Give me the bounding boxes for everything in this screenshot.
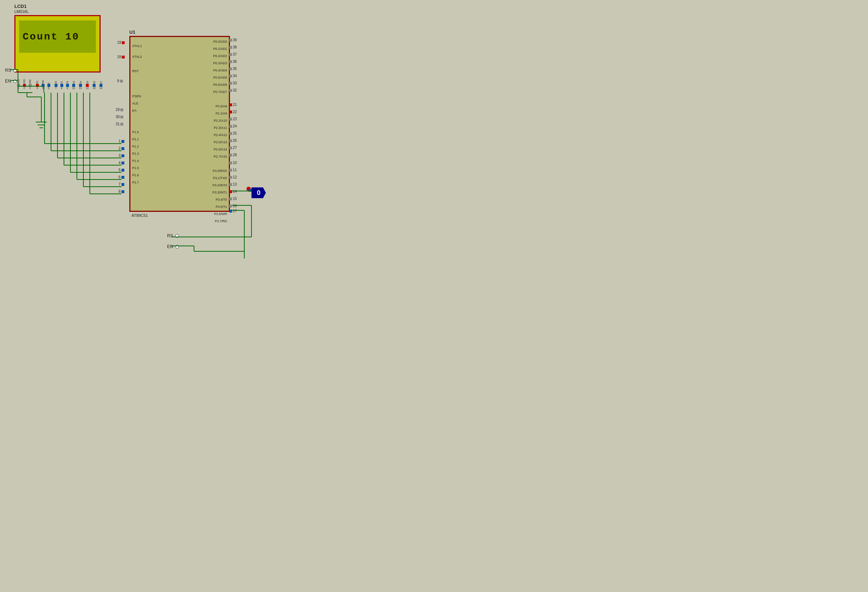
schematic: LCD1 LM016L Count 10 VSS 1 VDD 2 VEE 3: [0, 0, 434, 296]
rs-circle-left: [13, 69, 17, 72]
mcu-pin-p13: 4: [118, 161, 124, 165]
lcd-pin-dot-12: [86, 84, 89, 87]
mcu-rpin-p35: 15: [229, 197, 237, 201]
lcd-pin-label-rw: RW: [42, 71, 44, 84]
mcu-rpin-p30: 10: [229, 161, 237, 165]
rs-signal-right: RS: [167, 233, 179, 239]
lcd-pin-dot-6: [47, 84, 50, 87]
lcd-pin-dot-2: [23, 84, 26, 87]
mcu-rpin-p33: 13: [229, 183, 237, 186]
mcu-pin-rst: 9: [117, 79, 123, 83]
mcu-rpin-p36: 16: [229, 204, 237, 208]
mcu-rpin-p22: 23: [229, 117, 237, 121]
lcd-display-text: Count 10: [23, 31, 80, 42]
mcu-rpin-p27: 28: [229, 153, 237, 157]
mcu-rpin-p34: 14: [229, 190, 237, 193]
lcd-pin-dot-5: [42, 84, 44, 87]
lcd-pin-dot-3: [29, 84, 32, 87]
mcu-rpin-p23: 24: [229, 124, 237, 128]
lcd-screen: Count 10: [19, 21, 96, 53]
mcu-title: U1: [129, 29, 136, 35]
lcd-pin-label-vss: VSS: [17, 71, 20, 84]
lcd-component: Count 10: [14, 15, 100, 72]
button-display: 0: [251, 187, 266, 198]
mcu-rpin-p24: 25: [229, 131, 237, 135]
lcd-pin-label-d0: D0: [55, 71, 57, 84]
en-circle-left: [13, 80, 17, 83]
mcu-rpin-p04: 35: [229, 67, 237, 71]
mcu-rpin-p25: 26: [229, 138, 237, 143]
lcd-pin-dot-10: [72, 84, 75, 87]
rs-circle-right: [175, 234, 179, 238]
mcu-subtitle: AT89C51: [131, 213, 148, 218]
mcu-pin-p11: 2: [118, 146, 124, 150]
lcd-pin-dot-4: [36, 84, 39, 87]
lcd-pin-label-vdd: VDD: [23, 71, 25, 84]
lcd-pin-dot-13: [93, 84, 96, 87]
mcu-rpin-p01: 38: [229, 45, 237, 49]
mcu-pin-psen: 29: [116, 108, 123, 112]
mcu-pin-p12: 3: [118, 154, 124, 158]
mcu-rpin-p37: 17: [229, 209, 237, 213]
mcu-rpin-p31: 11: [229, 168, 237, 172]
mcu-rpin-p02: 37: [229, 52, 237, 56]
mcu-pin-p17: 8: [118, 190, 124, 193]
mcu-pin-p14: 5: [118, 168, 124, 172]
lcd-pin-label-d2: D2: [66, 71, 69, 84]
mcu-rpin-p03: 36: [229, 60, 237, 63]
mcu-rpin-p06: 33: [229, 81, 237, 85]
lcd-title: LCD1: [14, 4, 27, 9]
en-signal-left: EN: [5, 79, 17, 84]
mcu-rpin-p32: 12: [229, 175, 237, 179]
button-pin: [249, 189, 251, 192]
lcd-pin-dot-8: [61, 84, 63, 87]
lcd-pin-label-d7: D7: [100, 71, 102, 84]
mcu-pin-p15: 6: [118, 175, 124, 179]
lcd-pin-dot-14: [99, 84, 102, 87]
mcu-rpin-p20: 21: [229, 103, 237, 107]
lcd-pin-label-d4: D4: [80, 71, 82, 84]
mcu-body: XTAL1 XTAL2 RST PSEN ALE EA P1.0 P1.1 P1…: [129, 36, 230, 212]
lcd-pin-label-rs: RS: [36, 71, 38, 84]
lcd-pin-label-vee: VEE: [29, 71, 31, 84]
lcd-pin-dot-11: [79, 84, 82, 87]
mcu-rpin-p00: 39: [229, 38, 237, 42]
mcu-rpin-p07: 32: [229, 88, 237, 92]
lcd-pin-dot-9: [66, 84, 69, 87]
mcu-rpin-p05: 34: [229, 74, 237, 78]
mcu-pin-xtal2: 18: [117, 55, 125, 59]
lcd-pin-label-d1: D1: [61, 71, 63, 84]
mcu-pin-xtal1: 19: [117, 41, 125, 44]
en-signal-right: EN: [167, 244, 179, 249]
lcd-pin-label-d3: D3: [72, 71, 75, 84]
lcd-pin-label-e: E: [47, 71, 50, 84]
mcu-rpin-p26: 27: [229, 146, 237, 150]
mcu-rpin-p21: 22: [229, 110, 237, 114]
mcu-pin-ea: 31: [116, 122, 123, 126]
mcu-pin-p10: 1: [118, 139, 124, 143]
lcd-subtitle: LM016L: [14, 9, 29, 14]
en-circle-right: [175, 245, 179, 249]
mcu-pin-ale: 30: [116, 115, 123, 119]
lcd-pin-label-d5: D5: [86, 71, 89, 84]
button-component[interactable]: 0: [251, 187, 266, 198]
lcd-pin-dot-1: [17, 84, 20, 87]
rs-signal-left: RS: [5, 68, 17, 73]
lcd-pin-dot-7: [55, 84, 58, 87]
mcu-pin-p16: 7: [118, 183, 124, 186]
lcd-pin-label-d6: D6: [93, 71, 96, 84]
